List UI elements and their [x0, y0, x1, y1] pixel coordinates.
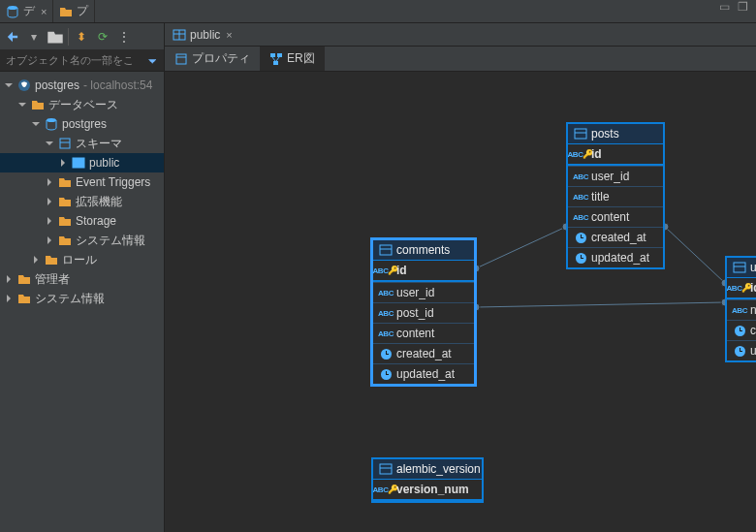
clock-icon [735, 346, 745, 357]
svg-line-18 [476, 227, 566, 268]
folder-icon [17, 292, 31, 305]
folder-icon [31, 98, 45, 111]
table-icon [72, 156, 85, 170]
chevron-down-icon [17, 101, 27, 109]
close-icon[interactable]: × [41, 6, 47, 17]
clock-icon [576, 233, 586, 243]
search-placeholder: オブジェクト名の一部をこ [6, 53, 134, 68]
er-column[interactable]: ABC🔑id [568, 144, 663, 166]
svg-point-2 [47, 118, 56, 122]
navigator-tree: postgres - localhost:54 データベース postgres … [0, 72, 164, 532]
er-column[interactable]: created_at [568, 227, 663, 247]
tree-storage[interactable]: Storage [0, 211, 164, 231]
er-column[interactable]: ABCuser_id [568, 166, 663, 186]
table-icon [173, 28, 186, 42]
er-table-header: users [727, 258, 756, 278]
minimize-icon[interactable]: ▭ [719, 0, 730, 22]
er-column[interactable]: ABCuser_id [373, 282, 474, 302]
dropdown-icon[interactable]: ▾ [25, 28, 43, 46]
svg-rect-15 [273, 61, 278, 65]
tree-roles[interactable]: ロール [0, 250, 164, 269]
clock-icon [381, 349, 392, 360]
subtab-erd[interactable]: ER図 [260, 47, 325, 71]
er-table-alembic[interactable]: alembic_version ABC🔑version_num [371, 457, 484, 503]
folder-icon [17, 272, 31, 286]
table-icon [379, 462, 393, 476]
er-column[interactable]: created_at [373, 343, 474, 363]
app-tab-database[interactable]: デ × [0, 0, 53, 22]
er-column[interactable]: ABCname [727, 299, 756, 320]
er-table-posts[interactable]: posts ABC🔑id ABCuser_id ABCtitle ABCcont… [566, 122, 665, 269]
tree-database[interactable]: postgres [0, 114, 164, 134]
refresh-icon[interactable]: ⟳ [94, 28, 111, 46]
chevron-down-icon [31, 120, 41, 128]
erd-canvas[interactable]: posts ABC🔑id ABCuser_id ABCtitle ABCcont… [165, 72, 756, 532]
tree-sysinfo[interactable]: システム情報 [0, 231, 164, 250]
folder-icon [58, 234, 72, 247]
er-column[interactable]: ABCcontent [568, 206, 663, 227]
er-column[interactable]: ABCcontent [373, 323, 474, 343]
svg-rect-29 [380, 245, 392, 255]
search-input[interactable]: オブジェクト名の一部をこ ⏷ [0, 50, 164, 72]
tree-databases[interactable]: データベース [0, 95, 164, 114]
er-column[interactable]: ABC🔑version_num [373, 480, 482, 501]
er-column[interactable]: ABCpost_id [373, 302, 474, 323]
svg-line-20 [665, 227, 725, 283]
svg-line-16 [272, 57, 275, 61]
app-tab-projects[interactable]: プ [53, 0, 95, 22]
editor-tab-public[interactable]: public × [165, 23, 240, 46]
svg-line-19 [476, 302, 725, 307]
filter-icon[interactable]: ⏷ [147, 55, 158, 67]
tree-sysinfo2[interactable]: システム情報 [0, 289, 164, 308]
database-icon [45, 117, 58, 131]
tree-label: データベース [48, 97, 118, 113]
database-icon [6, 5, 19, 18]
tree-extensions[interactable]: 拡張機能 [0, 192, 164, 211]
subtab-label: プロパティ [192, 50, 250, 67]
svg-rect-3 [60, 139, 70, 148]
folder-icon [45, 253, 58, 266]
er-column[interactable]: ABCtitle [568, 186, 663, 206]
tree-connection[interactable]: postgres - localhost:54 [0, 76, 164, 95]
er-table-header: alembic_version [373, 459, 482, 480]
svg-rect-33 [380, 464, 392, 474]
subtab-properties[interactable]: プロパティ [165, 47, 260, 71]
chevron-right-icon [4, 275, 14, 283]
tree-schema-public[interactable]: public [0, 153, 164, 172]
chevron-right-icon [58, 159, 68, 167]
commit-icon[interactable]: ⬍ [73, 28, 90, 46]
er-table-title: users [750, 261, 756, 274]
table-icon [379, 243, 393, 257]
connect-icon[interactable] [4, 28, 21, 46]
app-tab-label: プ [77, 3, 88, 19]
editor-tab-label: public [190, 28, 220, 42]
restore-icon[interactable]: ❐ [738, 0, 748, 22]
er-column[interactable]: ABC🔑id [373, 261, 474, 282]
chevron-right-icon [4, 295, 14, 302]
tree-admin[interactable]: 管理者 [0, 269, 164, 289]
subtab-label: ER図 [287, 50, 315, 67]
app-tab-label: デ [23, 3, 35, 19]
svg-rect-13 [270, 53, 275, 57]
erd-icon [269, 52, 283, 66]
properties-icon [174, 52, 188, 66]
navigator-toolbar: ▾ ⬍ ⟳ ⋮ [0, 23, 164, 50]
new-folder-icon[interactable] [47, 28, 64, 46]
er-table-users[interactable]: users ABC🔑id ABCname created_at updated_… [725, 256, 756, 362]
er-column[interactable]: updated_at [373, 363, 474, 384]
er-column[interactable]: created_at [727, 320, 756, 340]
svg-rect-11 [176, 54, 186, 64]
er-column[interactable]: updated_at [568, 247, 663, 267]
er-column[interactable]: updated_at [727, 340, 756, 360]
tree-event-triggers[interactable]: Event Triggers [0, 172, 164, 192]
er-table-comments[interactable]: comments ABC🔑id ABCuser_id ABCpost_id AB… [371, 238, 476, 386]
tree-schemas[interactable]: スキーマ [0, 134, 164, 153]
svg-rect-31 [734, 263, 745, 272]
svg-line-17 [276, 57, 279, 61]
tree-label: Event Triggers [76, 175, 150, 189]
er-column[interactable]: ABC🔑id [727, 278, 756, 299]
clock-icon [576, 253, 586, 264]
er-table-header: posts [568, 124, 663, 144]
menu-icon[interactable]: ⋮ [115, 28, 133, 46]
close-icon[interactable]: × [226, 29, 232, 41]
